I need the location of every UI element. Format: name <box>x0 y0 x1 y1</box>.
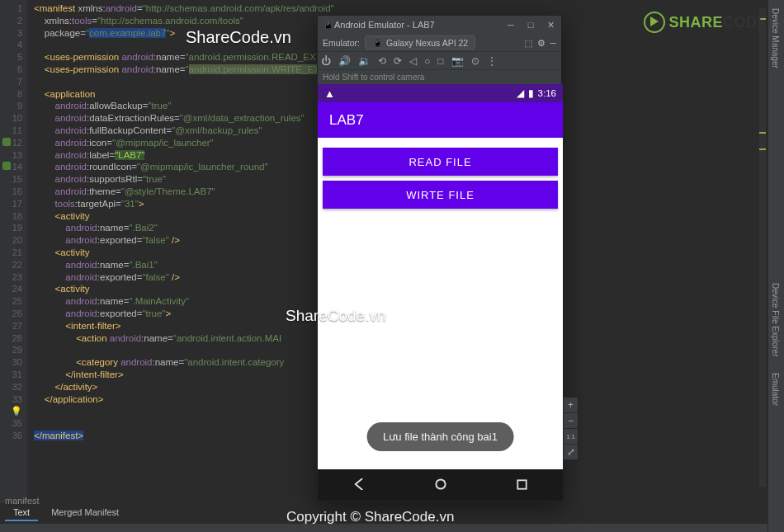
back-icon[interactable]: ◁ <box>409 55 417 67</box>
tab-merged-manifest[interactable]: Merged Manifest <box>43 505 127 521</box>
window-close-button[interactable]: ✕ <box>545 20 556 31</box>
battery-icon: ▮ <box>528 87 534 99</box>
android-nav-bar <box>318 469 563 501</box>
device-manager-tab[interactable]: Device Manager <box>768 0 782 77</box>
app-bar: LAB7 <box>318 102 563 138</box>
volume-up-icon[interactable]: 🔊 <box>338 55 351 67</box>
minimap-scrollbar[interactable] <box>759 8 766 487</box>
volume-down-icon[interactable]: 🔉 <box>358 55 371 67</box>
app-body: READ FILE WIRTE FILE <box>318 138 563 214</box>
warning-icon: ▲ <box>324 87 335 100</box>
popout-icon[interactable]: ⬚ <box>524 38 532 48</box>
window-minimize-button[interactable]: ─ <box>505 20 517 30</box>
tab-text[interactable]: Text <box>5 505 38 521</box>
nav-home-icon[interactable] <box>435 478 446 492</box>
emulator-titlebar[interactable]: 📱 Android Emulator - LAB7 ─ □ ✕ <box>318 16 561 34</box>
gear-icon[interactable]: ⚙ <box>537 38 545 48</box>
emulator-title: Android Emulator - LAB7 <box>334 20 497 30</box>
zoom-in-button[interactable]: + <box>564 398 578 413</box>
emulator-window: 📱 Android Emulator - LAB7 ─ □ ✕ Emulator… <box>317 15 562 501</box>
android-icon: 📱 <box>323 20 334 31</box>
status-time: 3:16 <box>538 88 556 98</box>
home-icon[interactable]: ○ <box>424 55 430 67</box>
write-file-button[interactable]: WIRTE FILE <box>323 181 558 209</box>
phone-icon: 📱 <box>372 37 383 48</box>
read-file-button[interactable]: READ FILE <box>323 148 558 176</box>
nav-back-icon[interactable] <box>353 478 365 492</box>
editor-bottom-tabs: Text Merged Manifest <box>5 505 127 521</box>
rotate-right-icon[interactable]: ⟳ <box>394 55 402 67</box>
logo-icon <box>644 12 665 33</box>
overview-icon[interactable]: □ <box>437 55 443 67</box>
zoom-fit-button[interactable]: 1:1 <box>564 429 578 445</box>
window-maximize-button[interactable]: □ <box>525 20 536 30</box>
record-icon[interactable]: ⊙ <box>471 55 479 67</box>
zoom-expand-button[interactable]: ⤢ <box>564 445 578 460</box>
emulator-hint: Hold Shift to control camera <box>318 70 561 84</box>
emulator-toolbar: ⏻ 🔊 🔉 ⟲ ⟳ ◁ ○ □ 📷 ⊙ ⋮ <box>318 52 561 70</box>
rotate-left-icon[interactable]: ⟲ <box>378 55 386 67</box>
android-status-bar: ▲ ◢ ▮ 3:16 <box>318 84 563 102</box>
signal-icon: ◢ <box>517 87 524 99</box>
device-file-explorer-tab[interactable]: Device File Explorer <box>768 275 782 365</box>
device-selector[interactable]: 📱 Galaxy Nexus API 22 <box>365 35 475 49</box>
emulator-device-bar: Emulator: 📱 Galaxy Nexus API 22 ⬚ ⚙ ─ <box>318 34 561 52</box>
emulator-label: Emulator: <box>323 38 360 48</box>
zoom-out-button[interactable]: − <box>564 413 578 429</box>
watermark-copyright: Copyright © ShareCode.vn <box>286 509 454 525</box>
camera-icon[interactable]: 📷 <box>451 55 464 67</box>
ide-footer <box>0 524 784 532</box>
svg-rect-1 <box>518 480 527 488</box>
nav-overview-icon[interactable] <box>517 478 527 492</box>
zoom-controls: + − 1:1 ⤢ <box>563 397 579 461</box>
app-title: LAB7 <box>329 112 364 129</box>
emulator-tab[interactable]: Emulator <box>768 365 782 414</box>
power-icon[interactable]: ⏻ <box>321 55 331 67</box>
sharecode-logo: SHARECODE <box>644 12 767 33</box>
toast-message: Lưu file thành công bai1 <box>366 422 514 451</box>
more-icon[interactable]: ⋮ <box>487 55 497 67</box>
svg-point-0 <box>436 479 445 488</box>
line-gutter: 1234567891011121314151617181920212223242… <box>0 0 27 503</box>
right-tool-strip: Device Manager Device File Explorer Emul… <box>767 0 784 532</box>
phone-screen[interactable]: ▲ ◢ ▮ 3:16 LAB7 READ FILE WIRTE FILE Lưu… <box>318 84 563 501</box>
close-icon[interactable]: ─ <box>550 38 556 48</box>
